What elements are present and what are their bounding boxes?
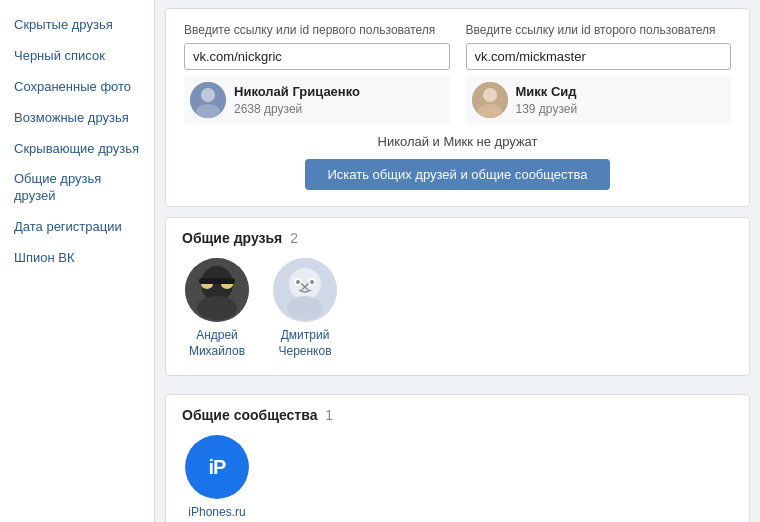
friends-list: АндрейМихайлов ✕ [182, 258, 733, 359]
sidebar-item-possible-friends[interactable]: Возможные друзья [0, 103, 154, 134]
user2-col: Введите ссылку или id второго пользовате… [466, 23, 732, 124]
friend-item-1[interactable]: АндрейМихайлов [182, 258, 252, 359]
search-btn-row: Искать общих друзей и общие сообщества [184, 159, 731, 190]
user1-col: Введите ссылку или id первого пользовате… [184, 23, 450, 124]
common-communities-count: 1 [325, 407, 333, 423]
user2-card: Микк Сид 139 друзей [466, 76, 732, 124]
sidebar-item-blacklist[interactable]: Черный список [0, 41, 154, 72]
svg-point-19 [287, 296, 323, 320]
svg-point-4 [483, 88, 497, 102]
community-item-1[interactable]: iP iPhones.ru [182, 435, 252, 521]
sidebar-item-mutual-friends[interactable]: Общие друзья друзей [0, 164, 154, 212]
communities-list: iP iPhones.ru [182, 435, 733, 521]
sidebar-item-saved-photos[interactable]: Сохраненные фото [0, 72, 154, 103]
svg-point-11 [197, 296, 237, 320]
common-friends-count: 2 [290, 230, 298, 246]
common-communities-panel: Общие сообщества 1 iP iPhones.ru [165, 394, 750, 522]
sidebar-item-vk-spy[interactable]: Шпион ВК [0, 243, 154, 274]
svg-text:✕: ✕ [299, 279, 311, 295]
sidebar: Скрытые друзья Черный список Сохраненные… [0, 0, 155, 522]
search-common-button[interactable]: Искать общих друзей и общие сообщества [305, 159, 609, 190]
user1-avatar [190, 82, 226, 118]
community1-name: iPhones.ru [188, 505, 245, 521]
friend-item-2[interactable]: ✕ ДмитрийЧеренков [270, 258, 340, 359]
user2-avatar [472, 82, 508, 118]
friend2-avatar: ✕ [273, 258, 337, 322]
community1-logo: iP [185, 435, 249, 499]
common-friends-panel: Общие друзья 2 АндрейМихайлов [165, 217, 750, 376]
common-friends-title: Общие друзья 2 [182, 230, 733, 246]
user1-info: Николай Грицаенко 2638 друзей [234, 83, 360, 118]
friend1-name: АндрейМихайлов [189, 328, 245, 359]
sidebar-item-hidden-friends[interactable]: Скрытые друзья [0, 10, 154, 41]
sidebar-item-reg-date[interactable]: Дата регистрации [0, 212, 154, 243]
common-communities-title: Общие сообщества 1 [182, 407, 733, 423]
user2-info: Микк Сид 139 друзей [516, 83, 578, 118]
user1-label: Введите ссылку или id первого пользовате… [184, 23, 450, 37]
friend1-avatar [185, 258, 249, 322]
user2-input[interactable] [466, 43, 732, 70]
search-inputs-row: Введите ссылку или id первого пользовате… [184, 23, 731, 124]
community1-avatar: iP [185, 435, 249, 499]
svg-rect-10 [199, 278, 235, 284]
friend2-name: ДмитрийЧеренков [278, 328, 331, 359]
user2-label: Введите ссылку или id второго пользовате… [466, 23, 732, 37]
svg-point-1 [201, 88, 215, 102]
user1-input[interactable] [184, 43, 450, 70]
user1-card: Николай Грицаенко 2638 друзей [184, 76, 450, 124]
sidebar-item-hiding-friends[interactable]: Скрывающие друзья [0, 134, 154, 165]
main-content: Введите ссылку или id первого пользовате… [155, 0, 760, 522]
search-panel: Введите ссылку или id первого пользовате… [165, 8, 750, 207]
relationship-text: Николай и Микк не дружат [184, 134, 731, 149]
